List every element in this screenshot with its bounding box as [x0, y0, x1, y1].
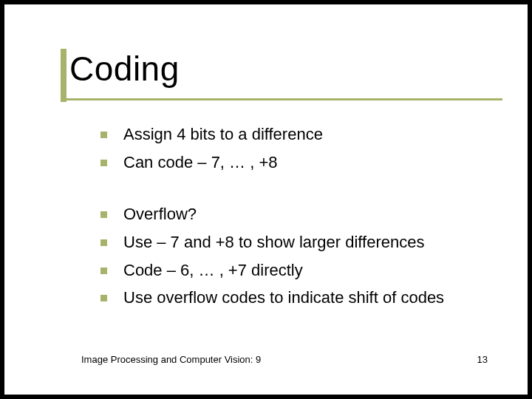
square-bullet-icon — [100, 160, 107, 166]
list-item: Use overflow codes to indicate shift of … — [100, 286, 507, 310]
list-item: Assign 4 bits to a difference — [100, 123, 507, 146]
square-bullet-icon — [100, 211, 107, 218]
list-text: Use overflow codes to indicate shift of … — [123, 286, 507, 310]
square-bullet-icon — [100, 295, 107, 301]
list-text: Can code – 7, … , +8 — [123, 151, 507, 174]
slide-body: Assign 4 bits to a difference Can code –… — [100, 123, 507, 338]
slide: Coding Assign 4 bits to a difference Can… — [4, 4, 528, 395]
bullet-group-1: Assign 4 bits to a difference Can code –… — [100, 123, 507, 174]
list-text: Code – 6, … , +7 directly — [123, 259, 507, 282]
title-wrap: Coding — [69, 49, 180, 89]
title-accent-bar — [61, 49, 66, 102]
slide-title: Coding — [69, 49, 180, 89]
square-bullet-icon — [100, 267, 107, 274]
title-underline — [62, 98, 502, 100]
square-bullet-icon — [100, 132, 107, 138]
list-item: Can code – 7, … , +8 — [100, 151, 507, 174]
list-item: Code – 6, … , +7 directly — [100, 259, 507, 282]
list-text: Use – 7 and +8 to show larger difference… — [123, 231, 507, 254]
page-number: 13 — [477, 354, 488, 365]
list-item: Use – 7 and +8 to show larger difference… — [100, 231, 507, 254]
list-text: Overflow? — [123, 202, 507, 226]
bullet-group-2: Overflow? Use – 7 and +8 to show larger … — [100, 202, 507, 310]
list-text: Assign 4 bits to a difference — [123, 123, 507, 146]
list-item: Overflow? — [100, 202, 507, 226]
square-bullet-icon — [100, 239, 107, 246]
footer-left: Image Processing and Computer Vision: 9 — [81, 354, 261, 365]
